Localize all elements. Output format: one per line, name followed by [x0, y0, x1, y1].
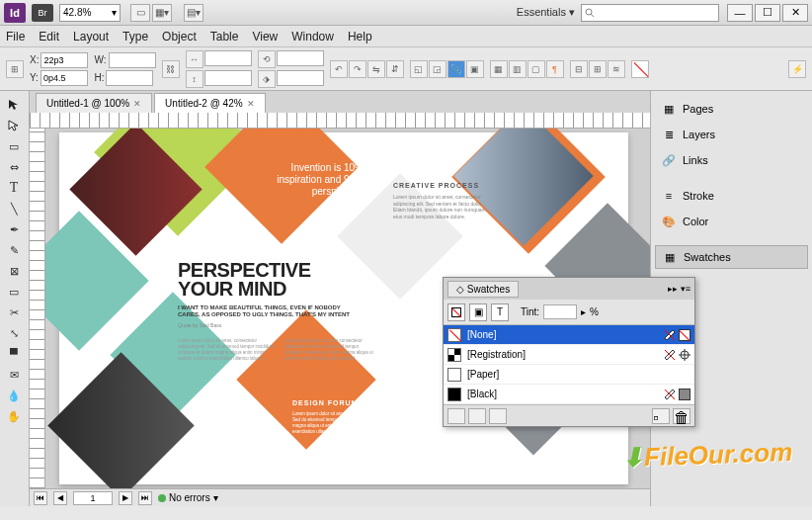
close-tab-icon[interactable]: ✕	[247, 99, 255, 109]
scale-y-icon[interactable]: ↕	[186, 70, 203, 88]
reference-point-icon[interactable]: ⊞	[6, 60, 24, 78]
menu-file[interactable]: File	[6, 30, 25, 43]
swatches-panel[interactable]: ◇ Swatches ▸▸ ▾≡ ▣ T Tint: ▸ % [None] [R…	[443, 277, 695, 427]
swatches-titlebar[interactable]: ◇ Swatches ▸▸ ▾≡	[444, 278, 694, 300]
last-page-button[interactable]: ⏭	[138, 491, 152, 505]
eyedropper-tool[interactable]: 💧	[2, 386, 26, 405]
direct-selection-tool[interactable]	[2, 116, 26, 135]
tint-arrow-icon[interactable]: ▸	[581, 306, 586, 317]
panel-menu-icon[interactable]: ▾≡	[681, 284, 690, 294]
align-icon[interactable]: ⊟	[570, 60, 588, 78]
swatch-row-black[interactable]: [Black]	[444, 385, 694, 404]
x-input[interactable]	[41, 52, 88, 68]
panel-color[interactable]: 🎨Color	[655, 210, 808, 233]
search-input[interactable]	[581, 4, 719, 22]
scissors-tool[interactable]: ✂	[2, 303, 26, 322]
show-all-swatches-icon[interactable]	[447, 408, 465, 424]
fill-stroke-toggle[interactable]	[447, 303, 465, 321]
gap-tool[interactable]: ⇔	[2, 157, 26, 177]
h-input[interactable]	[106, 70, 153, 86]
vertical-ruler[interactable]	[30, 129, 45, 488]
pencil-tool[interactable]: ✎	[2, 240, 26, 260]
close-button[interactable]: ✕	[782, 4, 808, 22]
free-transform-tool[interactable]: ⤡	[2, 323, 26, 343]
center-content-icon[interactable]: ▢	[528, 60, 545, 78]
panel-pages[interactable]: ▦Pages	[655, 97, 808, 121]
tint-input[interactable]	[543, 304, 577, 319]
rectangle-frame-tool[interactable]: ⊠	[2, 261, 26, 281]
swatch-row-paper[interactable]: [Paper]	[444, 365, 694, 385]
preflight-status[interactable]: No errors ▾	[158, 492, 218, 503]
gradient-tool[interactable]: ▀	[2, 344, 26, 364]
hand-tool[interactable]: ✋	[2, 406, 26, 426]
text-wrap-icon[interactable]: ≋	[608, 60, 625, 78]
rotate-input[interactable]	[277, 50, 324, 66]
shear-icon[interactable]: ⬗	[258, 70, 276, 88]
select-container-icon[interactable]: ◱	[410, 60, 428, 78]
swatch-row-none[interactable]: [None]	[444, 325, 694, 345]
swatches-tab[interactable]: ◇ Swatches	[447, 281, 519, 298]
show-gradient-swatches-icon[interactable]	[489, 408, 507, 424]
selection-tool[interactable]	[2, 95, 26, 115]
page-number-input[interactable]	[73, 491, 113, 505]
arrange-documents-icon[interactable]: ▤▾	[184, 4, 203, 22]
fill-frame-icon[interactable]: ▦	[490, 60, 508, 78]
next-page-button[interactable]: ▶	[119, 491, 132, 505]
horizontal-ruler[interactable]	[30, 113, 650, 129]
first-page-button[interactable]: ⏮	[34, 491, 47, 505]
y-input[interactable]	[41, 70, 88, 86]
menu-view[interactable]: View	[252, 30, 278, 43]
rotate-icon[interactable]: ⟲	[258, 50, 276, 68]
page-tool[interactable]: ▭	[2, 136, 26, 156]
panel-swatches[interactable]: ▦Swatches	[655, 245, 808, 269]
minimize-button[interactable]: —	[727, 4, 753, 22]
new-swatch-icon[interactable]: ▫	[652, 408, 670, 424]
select-content-icon[interactable]: ◲	[429, 60, 447, 78]
formatting-container-icon[interactable]: ▣	[469, 303, 487, 321]
document-tab[interactable]: Untitled-1 @ 100%✕	[36, 93, 152, 113]
line-tool[interactable]: ╲	[2, 199, 26, 218]
menu-object[interactable]: Object	[162, 30, 197, 43]
show-color-swatches-icon[interactable]	[468, 408, 486, 424]
shear-input[interactable]	[277, 70, 324, 86]
panel-collapse-icon[interactable]: ▸▸	[668, 284, 678, 294]
fit-content-icon[interactable]: ▥	[509, 60, 527, 78]
view-options-icon[interactable]: ▦▾	[152, 4, 172, 22]
w-input[interactable]	[109, 52, 156, 68]
fitting-icon[interactable]: ▣	[466, 60, 484, 78]
type-tool[interactable]: T	[2, 178, 26, 198]
panel-links[interactable]: 🔗Links	[655, 148, 808, 172]
rectangle-tool[interactable]: ▭	[2, 282, 26, 302]
scale-x-icon[interactable]: ↔	[186, 50, 203, 68]
pen-tool[interactable]: ✒	[2, 219, 26, 239]
prev-page-button[interactable]: ◀	[53, 491, 67, 505]
panel-stroke[interactable]: ≡Stroke	[655, 184, 808, 208]
menu-help[interactable]: Help	[348, 30, 372, 43]
rotate-90-ccw-icon[interactable]: ↶	[330, 60, 348, 78]
screen-mode-icon[interactable]: ▭	[130, 4, 150, 22]
clip-icon[interactable]: 📎	[447, 60, 465, 78]
zoom-level-combo[interactable]: 42.8%▾	[59, 4, 121, 22]
close-tab-icon[interactable]: ✕	[133, 99, 141, 109]
maximize-button[interactable]: ☐	[755, 4, 780, 22]
menu-layout[interactable]: Layout	[73, 30, 109, 43]
panel-layers[interactable]: ≣Layers	[655, 123, 808, 146]
scale-x-input[interactable]	[204, 50, 252, 66]
menu-edit[interactable]: Edit	[39, 30, 59, 43]
document-tab[interactable]: Untitled-2 @ 42%✕	[154, 93, 266, 113]
workspace-switcher[interactable]: Essentials ▾	[511, 6, 581, 19]
quick-apply-icon[interactable]: ⚡	[788, 60, 806, 78]
menu-type[interactable]: Type	[122, 30, 148, 43]
constrain-proportions-icon[interactable]: ⛓	[162, 60, 180, 78]
distribute-icon[interactable]: ⊞	[589, 60, 607, 78]
paragraph-icon[interactable]: ¶	[546, 60, 564, 78]
formatting-text-icon[interactable]: T	[491, 303, 509, 321]
flip-vertical-icon[interactable]: ⇵	[386, 60, 404, 78]
swatch-row-registration[interactable]: [Registration]	[444, 345, 694, 365]
menu-window[interactable]: Window	[291, 30, 334, 43]
rotate-90-cw-icon[interactable]: ↷	[349, 60, 366, 78]
note-tool[interactable]: ✉	[2, 365, 26, 385]
scale-y-input[interactable]	[204, 70, 252, 86]
fill-swatch[interactable]	[631, 60, 649, 78]
delete-swatch-icon[interactable]: 🗑	[673, 408, 690, 424]
